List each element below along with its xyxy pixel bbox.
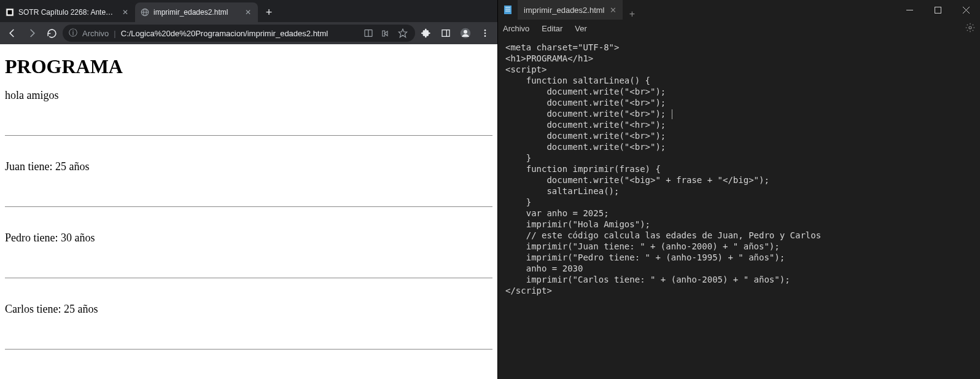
svg-point-13 xyxy=(484,29,486,31)
code-line: imprimir("Pedro tiene: " + (anho-1995) +… xyxy=(505,252,973,263)
text-editor: imprimir_edades2.html ✕ + Archivo Editar… xyxy=(497,0,980,379)
code-line: function saltarLinea() { xyxy=(505,75,973,86)
output-block: Juan tiene: 25 años xyxy=(5,160,492,229)
code-line: <h1>PROGRAMA</h1> xyxy=(505,53,973,64)
extensions-button[interactable] xyxy=(418,25,435,42)
code-line: document.write("<br>"); xyxy=(505,141,973,152)
output-text: hola amigos xyxy=(5,89,492,102)
code-line: document.write("<hr>"); xyxy=(505,119,973,130)
reader-icon[interactable] xyxy=(362,28,375,38)
menu-button[interactable] xyxy=(476,25,494,42)
url-path: C:/Logica%20de%20Programacion/imprimir_e… xyxy=(121,29,357,38)
info-icon: ⓘ xyxy=(69,28,77,39)
close-window-button[interactable] xyxy=(952,0,980,20)
menu-edit[interactable]: Editar xyxy=(542,24,562,33)
svg-point-14 xyxy=(484,33,486,34)
minimize-button[interactable] xyxy=(895,0,924,20)
output-block: Pedro tiene: 30 años xyxy=(5,232,492,300)
editor-menubar: Archivo Editar Ver xyxy=(498,20,980,37)
svg-point-15 xyxy=(484,35,486,37)
tab-title: imprimir_edades2.html xyxy=(154,8,239,17)
code-line: function imprimir(frase) { xyxy=(505,163,973,174)
code-line: </script> xyxy=(505,285,973,296)
code-line: <script> xyxy=(505,64,973,75)
url-separator: | xyxy=(114,29,115,38)
share-icon[interactable] xyxy=(379,29,392,38)
forward-button[interactable] xyxy=(23,25,41,42)
bookmark-icon[interactable] xyxy=(397,28,409,38)
favicon-icon xyxy=(5,7,15,17)
browser-tab-0[interactable]: SOTR Capítulo 2268: Antepasado ✕ xyxy=(0,2,135,22)
svg-marker-8 xyxy=(399,29,406,37)
address-bar[interactable]: ⓘ Archivo | C:/Logica%20de%20Programacio… xyxy=(63,25,415,42)
editor-titlebar: imprimir_edades2.html ✕ + xyxy=(498,0,980,20)
chrome-browser: SOTR Capítulo 2268: Antepasado ✕ imprimi… xyxy=(0,0,497,379)
svg-rect-9 xyxy=(442,30,449,37)
code-line: var anho = 2025; xyxy=(505,208,973,219)
menu-view[interactable]: Ver xyxy=(575,24,587,33)
divider xyxy=(5,206,492,207)
code-line: anho = 2030 xyxy=(505,263,973,274)
profile-button[interactable] xyxy=(457,25,474,42)
gear-icon[interactable] xyxy=(965,23,975,34)
page-heading: PROGRAMA xyxy=(5,55,492,78)
maximize-button[interactable] xyxy=(924,0,952,20)
divider xyxy=(5,349,492,350)
code-line: document.write("<br>"); xyxy=(505,86,973,97)
code-line: } xyxy=(505,197,973,208)
notepad-icon xyxy=(498,0,518,20)
svg-rect-16 xyxy=(504,6,511,14)
svg-point-24 xyxy=(969,26,971,29)
svg-rect-1 xyxy=(8,10,12,15)
code-line: // este código calcula las edades de Jua… xyxy=(505,230,973,241)
code-line: saltarLinea(); xyxy=(505,186,973,197)
code-line: imprimir("Carlos tiene: " + (anho-2005) … xyxy=(505,274,973,285)
url-scheme: Archivo xyxy=(82,29,109,38)
code-area[interactable]: <meta charset="UTF-8"><h1>PROGRAMA</h1><… xyxy=(498,37,980,379)
output-text: Pedro tiene: 30 años xyxy=(5,232,492,244)
page-content: PROGRAMA hola amigosJuan tiene: 25 añosP… xyxy=(0,44,497,379)
code-line: document.write("<br>"); xyxy=(505,97,973,108)
sidepanel-button[interactable] xyxy=(437,25,454,42)
window-controls xyxy=(895,0,980,20)
code-line: imprimir("Juan tiene: " + (anho-2000) + … xyxy=(505,241,973,252)
code-line: document.write("<br>"); xyxy=(505,130,973,141)
close-icon[interactable]: ✕ xyxy=(610,6,616,15)
output-block: hola amigos xyxy=(5,89,492,158)
code-line: document.write("<big>" + frase + "</big>… xyxy=(505,174,973,186)
text-cursor xyxy=(672,109,672,119)
code-line: document.write("<br>"); xyxy=(505,108,973,119)
svg-rect-7 xyxy=(382,31,384,36)
output-text: Carlos tiene: 25 años xyxy=(5,303,492,316)
browser-tab-1[interactable]: imprimir_edades2.html ✕ xyxy=(135,2,258,22)
tab-title: SOTR Capítulo 2268: Antepasado xyxy=(18,8,117,17)
close-icon[interactable]: ✕ xyxy=(120,7,130,17)
svg-rect-21 xyxy=(935,7,941,13)
reload-button[interactable] xyxy=(43,25,60,42)
tab-strip: SOTR Capítulo 2268: Antepasado ✕ imprimi… xyxy=(0,0,497,22)
output-text: Juan tiene: 25 años xyxy=(5,160,492,173)
divider xyxy=(5,135,492,136)
browser-toolbar: ⓘ Archivo | C:/Logica%20de%20Programacio… xyxy=(0,22,497,44)
menu-file[interactable]: Archivo xyxy=(503,24,529,33)
code-line: imprimir("Hola Amigos"); xyxy=(505,219,973,230)
globe-icon xyxy=(140,7,150,17)
divider xyxy=(5,278,492,278)
code-line: <meta charset="UTF-8"> xyxy=(505,42,973,53)
output-block: Carlos tiene: 25 años xyxy=(5,303,492,372)
new-tab-button[interactable]: + xyxy=(260,4,278,21)
code-line: } xyxy=(505,152,973,163)
svg-point-12 xyxy=(464,30,467,34)
editor-tab-title: imprimir_edades2.html xyxy=(524,6,605,15)
editor-tab[interactable]: imprimir_edades2.html ✕ xyxy=(518,0,623,20)
close-icon[interactable]: ✕ xyxy=(243,7,253,17)
editor-new-tab[interactable]: + xyxy=(623,9,642,20)
back-button[interactable] xyxy=(4,25,21,42)
